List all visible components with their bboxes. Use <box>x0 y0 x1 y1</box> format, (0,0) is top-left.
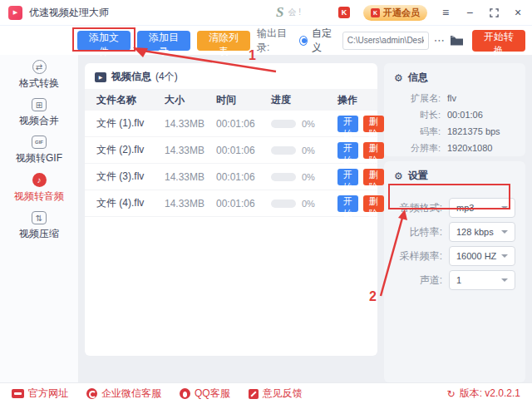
info-field: 扩展名: flv <box>384 90 525 106</box>
file-count: (4个) <box>155 70 178 84</box>
refresh-icon[interactable]: ↻ <box>447 388 456 400</box>
file-name: 文件 (2).flv <box>96 143 165 157</box>
output-path-input[interactable] <box>342 32 429 50</box>
info-field: 时长: 00:01:06 <box>384 106 525 123</box>
table-row: 文件 (3).flv 14.33MB 00:01:06 0% 开始 删除 <box>85 164 377 190</box>
progress-cell: 0% <box>271 199 337 209</box>
browse-more-button[interactable]: ⋯ <box>434 34 445 47</box>
open-vip-button[interactable]: K 开通会员 <box>363 5 427 21</box>
output-dir-label: 输出目录: <box>257 27 291 55</box>
file-size: 14.33MB <box>165 171 216 183</box>
clear-list-button[interactable]: 清除列表 <box>197 31 250 51</box>
col-size: 大小 <box>165 93 216 107</box>
start-convert-button[interactable]: 开始转换 <box>472 30 525 52</box>
start-button[interactable]: 开始 <box>337 116 358 132</box>
maximize-icon[interactable] <box>488 7 500 18</box>
progress-percent: 0% <box>302 172 315 182</box>
progress-cell: 0% <box>271 119 337 129</box>
file-name: 文件 (1).flv <box>96 116 165 131</box>
delete-button[interactable]: 删除 <box>363 142 384 159</box>
video-compress-icon: ⇅ <box>32 211 47 224</box>
app-logo-icon: ▶ <box>8 6 22 20</box>
minimize-icon[interactable]: − <box>464 7 475 18</box>
video-info-panel: ▶ 视频信息 (4个) 文件名称 大小 时间 进度 操作 文件 (1).flv … <box>85 63 377 356</box>
version-label: 版本: v2.0.2.1 <box>460 387 520 401</box>
chevron-down-icon <box>501 206 508 209</box>
info-field: 分辨率: 1920x1080 <box>384 140 525 156</box>
table-body: 文件 (1).flv 14.33MB 00:01:06 0% 开始 删除 文件 … <box>85 111 377 217</box>
table-row: 文件 (1).flv 14.33MB 00:01:06 0% 开始 删除 <box>85 111 377 137</box>
custom-radio-label: 自定义 <box>312 27 336 55</box>
custom-radio[interactable] <box>299 36 308 46</box>
sidebar-item-video-compress[interactable]: ⇅ 视频压缩 <box>0 211 78 241</box>
feedback-icon <box>249 389 259 399</box>
progress-cell: 0% <box>271 172 337 182</box>
start-button[interactable]: 开始 <box>337 142 358 159</box>
chevron-down-icon <box>501 278 508 282</box>
app-window: ▶ 优速视频处理大师 S 会 ! K K 开通会员 ≡ − × 添加文件 添加目… <box>0 0 532 404</box>
settings-card: ⚙ 设置 音频格式: mp3 比特率: 128 kbps 采样频率: 16000… <box>384 161 525 382</box>
start-button[interactable]: 开始 <box>337 169 358 185</box>
titlebar: ▶ 优速视频处理大师 S 会 ! K K 开通会员 ≡ − × <box>0 0 532 25</box>
video-merge-icon: ⊞ <box>32 98 47 111</box>
footer-link-web[interactable]: 官方网址 <box>12 387 68 401</box>
setting-select[interactable]: mp3 <box>449 198 515 218</box>
footer: 官方网址 企业微信客服 QQ客服 意见反馈 ↻ 版本: v2.0.2.1 <box>0 382 532 404</box>
body: ⇄ 格式转换 ⊞ 视频合并 GIF 视频转GIF ♪ 视频转音频 ⇅ 视频压缩 … <box>0 55 532 382</box>
table-row: 文件 (4).flv 14.33MB 00:01:06 0% 开始 删除 <box>85 190 377 217</box>
start-button[interactable]: 开始 <box>337 195 358 212</box>
toolbar: 添加文件 添加目录 清除列表 输出目录: 自定义 ⋯ 开始转换 <box>0 25 532 55</box>
format-convert-icon: ⇄ <box>32 60 47 74</box>
add-directory-button[interactable]: 添加目录 <box>137 31 190 51</box>
progress-percent: 0% <box>302 199 315 209</box>
progress-cell: 0% <box>271 145 337 155</box>
footer-link-wechat[interactable]: 企业微信客服 <box>86 387 161 401</box>
watermark-logo: S 会 ! <box>276 4 301 21</box>
progress-percent: 0% <box>302 119 315 129</box>
chevron-down-icon <box>501 254 508 258</box>
video-to-gif-icon: GIF <box>32 135 47 149</box>
delete-button[interactable]: 删除 <box>363 116 384 132</box>
open-folder-icon[interactable] <box>450 35 464 46</box>
col-progress: 进度 <box>271 93 337 107</box>
delete-button[interactable]: 删除 <box>363 195 384 212</box>
progress-bar <box>271 146 296 155</box>
content: ▶ 视频信息 (4个) 文件名称 大小 时间 进度 操作 文件 (1).flv … <box>79 55 532 382</box>
panel-title: 视频信息 <box>111 70 151 84</box>
version-info: ↻ 版本: v2.0.2.1 <box>447 387 520 401</box>
file-size: 14.33MB <box>165 118 216 130</box>
setting-select[interactable]: 16000 HZ <box>449 246 515 266</box>
file-duration: 00:01:06 <box>216 118 271 130</box>
delete-button[interactable]: 删除 <box>363 169 384 185</box>
gear-icon: ⚙ <box>394 72 403 84</box>
setting-select[interactable]: 1 <box>449 270 515 290</box>
add-file-button[interactable]: 添加文件 <box>77 31 131 51</box>
table-row: 文件 (2).flv 14.33MB 00:01:06 0% 开始 删除 <box>85 137 377 164</box>
close-icon[interactable]: × <box>512 7 524 18</box>
progress-bar <box>271 200 296 208</box>
website-icon <box>12 389 24 398</box>
sidebar-item-format-convert[interactable]: ⇄ 格式转换 <box>0 60 78 91</box>
file-duration: 00:01:06 <box>216 198 271 209</box>
vip-icon[interactable]: K <box>338 7 350 18</box>
setting-row: 采样频率: 16000 HZ <box>392 246 515 266</box>
setting-row: 音频格式: mp3 <box>392 198 515 218</box>
file-size: 14.33MB <box>165 145 216 156</box>
setting-select[interactable]: 128 kbps <box>449 222 515 242</box>
wechat-service-icon <box>86 388 97 399</box>
gear-icon: ⚙ <box>394 170 403 182</box>
qq-service-icon <box>180 388 190 399</box>
sidebar-item-video-merge[interactable]: ⊞ 视频合并 <box>0 98 78 128</box>
info-card: ⚙ 信息 扩展名: flv 时长: 00:01:06 码率: 1821375 b… <box>384 63 525 156</box>
sidebar-item-video-to-gif[interactable]: GIF 视频转GIF <box>0 135 78 165</box>
file-duration: 00:01:06 <box>216 145 271 156</box>
setting-row: 比特率: 128 kbps <box>392 222 515 242</box>
col-ops: 操作 <box>337 93 377 107</box>
footer-link-qq[interactable]: QQ客服 <box>180 387 230 401</box>
menu-icon[interactable]: ≡ <box>440 7 451 18</box>
sidebar-item-video-to-audio[interactable]: ♪ 视频转音频 <box>0 173 78 204</box>
app-title: 优速视频处理大师 <box>29 6 109 20</box>
chevron-down-icon <box>501 230 508 234</box>
progress-bar <box>271 173 296 181</box>
footer-link-fb[interactable]: 意见反馈 <box>249 387 303 401</box>
